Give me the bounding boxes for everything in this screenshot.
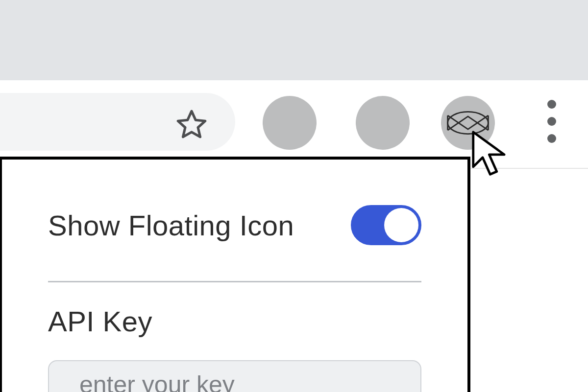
toolbar-button-placeholder-2[interactable] (356, 96, 410, 150)
svg-point-1 (448, 112, 489, 134)
api-key-label: API Key (48, 305, 421, 338)
bookmark-star-icon[interactable] (174, 107, 209, 142)
svg-marker-0 (178, 111, 205, 137)
more-dot-icon (547, 100, 556, 109)
setting-row-show-floating-icon: Show Floating Icon (48, 202, 421, 249)
more-dot-icon (547, 134, 556, 143)
extension-popup: Show Floating Icon API Key enter your ke… (0, 157, 470, 392)
api-key-placeholder: enter your key (79, 370, 235, 392)
extension-button[interactable] (441, 96, 495, 150)
show-floating-icon-toggle[interactable] (351, 205, 421, 245)
api-key-input[interactable]: enter your key (48, 360, 421, 392)
toolbar-button-placeholder-1[interactable] (263, 96, 317, 150)
divider (48, 281, 421, 282)
more-dot-icon (547, 117, 556, 126)
more-menu-button[interactable] (540, 100, 564, 143)
window-titlebar-stub (0, 0, 588, 80)
show-floating-icon-label: Show Floating Icon (48, 209, 294, 242)
toggle-knob-icon (384, 208, 418, 242)
